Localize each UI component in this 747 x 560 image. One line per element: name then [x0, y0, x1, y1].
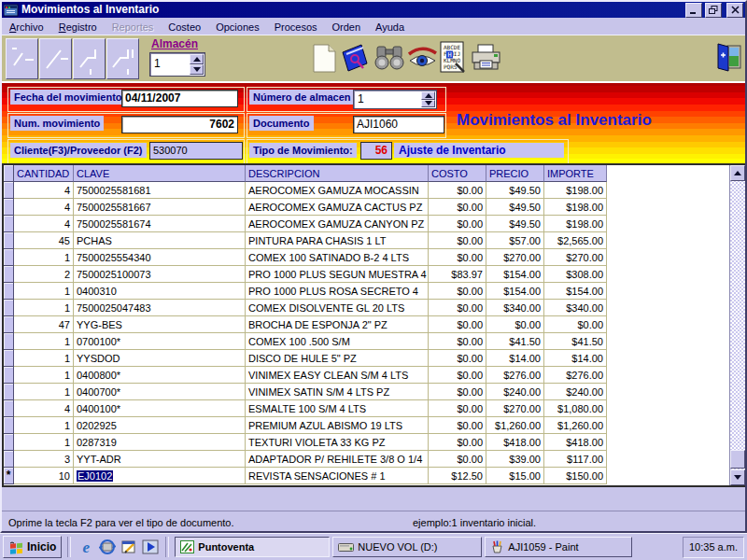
cell-clave[interactable]: 7500025047483 [74, 300, 246, 316]
cliente-proveedor-input[interactable]: 530070 [149, 142, 243, 160]
cell-importe[interactable]: $240.00 [544, 384, 607, 400]
row-selector[interactable] [4, 199, 14, 216]
row-selector[interactable] [4, 216, 14, 232]
cell-descripcion[interactable]: TEXTURI VIOLETA 33 KG PZ [246, 434, 429, 451]
row-selector[interactable] [4, 232, 14, 249]
cell-precio[interactable]: $240.00 [486, 384, 544, 400]
cell-costo[interactable]: $0.00 [429, 283, 486, 300]
quick-launch-outlook[interactable] [120, 538, 138, 556]
new-document-button[interactable] [313, 44, 336, 77]
cell-cantidad[interactable]: 1 [14, 434, 74, 451]
nav-previous-button[interactable] [39, 38, 72, 79]
menu-item-opciones[interactable]: Opciones [208, 19, 266, 35]
menu-item-ayuda[interactable]: Ayuda [368, 19, 412, 35]
title-bar[interactable]: Movimientos al Inventario [2, 2, 745, 18]
cell-costo[interactable]: $0.00 [429, 182, 486, 199]
task-button-paint[interactable]: AJI1059 - Paint [485, 537, 632, 557]
cell-descripcion[interactable]: PREMIUM AZUL ABISMO 19 LTS [246, 417, 429, 434]
menu-item-procesos[interactable]: Procesos [267, 19, 325, 35]
cell-precio[interactable]: $1,260.00 [486, 417, 544, 434]
nav-last-button[interactable] [106, 38, 139, 79]
column-header-cantidad[interactable]: CANTIDAD [14, 165, 74, 182]
cell-costo[interactable]: $0.00 [429, 199, 486, 216]
cell-cantidad[interactable]: 4 [14, 182, 74, 199]
row-selector[interactable]: * [4, 468, 14, 484]
row-selector[interactable] [4, 434, 14, 451]
cell-clave[interactable]: 7500025581674 [74, 216, 246, 232]
cell-importe[interactable]: $1,080.00 [544, 400, 607, 417]
cell-importe[interactable]: $0.00 [544, 316, 607, 333]
task-button-puntoventa[interactable]: Puntoventa [175, 537, 330, 557]
cell-descripcion[interactable]: AEROCOMEX GAMUZA CANYON PZ [246, 216, 429, 232]
cell-cantidad[interactable]: 2 [14, 266, 74, 283]
cell-clave[interactable]: 0287319 [74, 434, 246, 451]
cell-precio[interactable]: $15.00 [486, 468, 544, 484]
quick-launch-ie[interactable]: e [77, 538, 95, 556]
cell-costo[interactable]: $0.00 [429, 232, 486, 249]
cell-costo[interactable]: $83.97 [429, 266, 486, 283]
cell-importe[interactable]: $198.00 [544, 199, 607, 216]
nav-first-button[interactable] [6, 38, 38, 79]
menu-item-orden[interactable]: Orden [325, 19, 369, 35]
cell-importe[interactable]: $150.00 [544, 468, 607, 484]
row-selector[interactable] [4, 283, 14, 300]
cell-clave[interactable]: 0202925 [74, 417, 246, 434]
cell-precio[interactable]: $418.00 [486, 434, 544, 451]
spin-down-button[interactable] [421, 100, 435, 108]
cell-cantidad[interactable]: 1 [14, 384, 74, 400]
cell-precio[interactable]: $154.00 [486, 283, 544, 300]
scroll-down-button[interactable] [730, 469, 745, 485]
cell-precio[interactable]: $41.50 [486, 333, 544, 350]
cell-precio[interactable]: $154.00 [486, 266, 544, 283]
cell-descripcion[interactable]: AEROCOMEX GAMUZA CACTUS PZ [246, 199, 429, 216]
cell-clave[interactable]: YYG-BES [74, 316, 246, 333]
spin-up-button[interactable] [190, 54, 204, 64]
cell-importe[interactable]: $154.00 [544, 283, 607, 300]
cell-cantidad[interactable]: 4 [14, 199, 74, 216]
row-selector[interactable] [4, 451, 14, 468]
cell-descripcion[interactable]: COMEX 100 SATINADO B-2 4 LTS [246, 249, 429, 266]
cell-importe[interactable]: $308.00 [544, 266, 607, 283]
cell-descripcion[interactable]: ESMALTE 100 S/M 4 LTS [246, 400, 429, 417]
numero-almacen-spinner[interactable]: 1 [353, 90, 437, 109]
cell-costo[interactable]: $0.00 [429, 316, 486, 333]
cell-costo[interactable]: $0.00 [429, 451, 486, 468]
cell-clave[interactable]: 7500025100073 [74, 266, 246, 283]
almacen-spinner[interactable]: 1 [149, 52, 205, 77]
cell-importe[interactable]: $2,565.00 [544, 232, 607, 249]
cell-descripcion[interactable]: VINIMEX SATIN S/M 4 LTS PZ [246, 384, 429, 400]
quick-launch-media-player[interactable] [141, 538, 160, 556]
scroll-thumb[interactable] [730, 450, 745, 469]
cell-cantidad[interactable]: 1 [14, 350, 74, 367]
cell-costo[interactable]: $0.00 [429, 333, 486, 350]
cell-clave[interactable]: YYSDOD [74, 350, 246, 367]
cell-precio[interactable]: $276.00 [486, 367, 544, 384]
find-button[interactable] [374, 45, 404, 75]
save-button[interactable] [339, 43, 370, 77]
cell-clave[interactable]: EJ0102 [74, 468, 246, 484]
num-movimiento-input[interactable]: 7602 [121, 116, 238, 133]
cell-importe[interactable]: $418.00 [544, 434, 607, 451]
cell-descripcion[interactable]: COMEX DISOLVENTE GL 20 LTS [246, 300, 429, 316]
print-button[interactable] [471, 44, 502, 76]
menu-item-archivo[interactable]: Archivo [2, 19, 51, 35]
cell-precio[interactable]: $14.00 [486, 350, 544, 367]
cell-cantidad[interactable]: 3 [14, 451, 74, 468]
cell-cantidad[interactable]: 10 [14, 468, 74, 484]
cell-descripcion[interactable]: AEROCOMEX GAMUZA MOCASSIN [246, 182, 429, 199]
system-tray[interactable]: 10:35 a.m. [683, 537, 744, 558]
cell-costo[interactable]: $0.00 [429, 434, 486, 451]
cell-costo[interactable]: $0.00 [429, 417, 486, 434]
cell-descripcion[interactable]: DISCO DE HULE 5" PZ [246, 350, 429, 367]
cell-precio[interactable]: $49.50 [486, 199, 544, 216]
row-selector[interactable] [4, 350, 14, 367]
cell-costo[interactable]: $12.50 [429, 468, 486, 484]
cell-importe[interactable]: $198.00 [544, 182, 607, 199]
cell-cantidad[interactable]: 45 [14, 232, 74, 249]
vertical-scrollbar[interactable] [729, 165, 745, 485]
row-selector[interactable] [4, 367, 14, 384]
nav-next-button[interactable] [73, 38, 106, 79]
row-selector[interactable] [4, 384, 14, 400]
cell-costo[interactable]: $0.00 [429, 400, 486, 417]
fecha-input[interactable]: 04/11/2007 [121, 90, 238, 107]
